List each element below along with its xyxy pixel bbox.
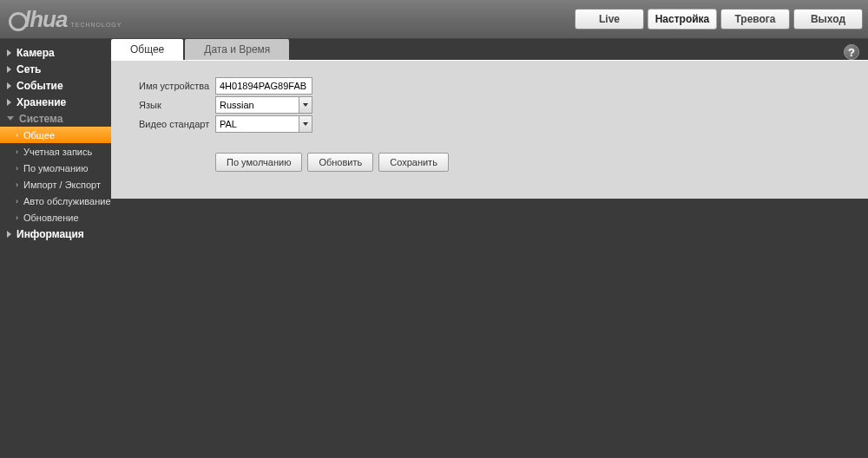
chevron-right-icon	[7, 82, 11, 89]
chevron-right-icon: ›	[16, 147, 18, 156]
sidebar-sub-auto-maintain[interactable]: › Авто обслуживание	[0, 193, 111, 209]
logo-main: lhua	[9, 6, 67, 33]
sidebar-item-system[interactable]: Система	[0, 110, 111, 127]
sidebar-sub-account[interactable]: › Учетная запись	[0, 143, 111, 160]
sidebar-sub-label: Учетная запись	[23, 147, 92, 157]
logo-subtext: TECHNOLOGY	[70, 22, 122, 28]
sidebar-label: Информация	[16, 228, 84, 240]
nav-settings-button[interactable]: Настройка	[648, 9, 717, 29]
chevron-right-icon: ›	[16, 197, 18, 206]
sidebar-item-information[interactable]: Информация	[0, 226, 111, 242]
sidebar-item-storage[interactable]: Хранение	[0, 94, 111, 110]
sidebar-item-event[interactable]: Событие	[0, 77, 111, 94]
nav-logout-button[interactable]: Выход	[793, 9, 863, 29]
sidebar-sub-label: Обновление	[23, 213, 79, 223]
sidebar-sub-label: По умолчанию	[23, 163, 88, 173]
sidebar: Камера Сеть Событие Хранение Система › О…	[0, 39, 111, 458]
nav-live-button[interactable]: Live	[575, 9, 644, 29]
refresh-button[interactable]: Обновить	[307, 153, 373, 172]
help-icon[interactable]: ?	[844, 44, 859, 60]
sidebar-sub-label: Импорт / Экспорт	[23, 180, 101, 190]
sidebar-sub-label: Общее	[23, 130, 55, 141]
default-button[interactable]: По умолчанию	[215, 153, 302, 172]
sidebar-sub-upgrade[interactable]: › Обновление	[0, 209, 111, 226]
sidebar-item-network[interactable]: Сеть	[0, 61, 111, 77]
chevron-right-icon	[7, 66, 11, 73]
language-select[interactable]	[215, 96, 312, 114]
video-standard-select[interactable]	[215, 115, 312, 133]
save-button[interactable]: Сохранить	[378, 153, 449, 172]
sidebar-label: Хранение	[16, 96, 66, 108]
sidebar-sub-import-export[interactable]: › Импорт / Экспорт	[0, 176, 111, 193]
tab-datetime[interactable]: Дата и Время	[185, 39, 289, 60]
row-language: Язык	[139, 95, 868, 114]
sidebar-label: Событие	[16, 80, 63, 92]
device-name-label: Имя устройства	[139, 81, 215, 91]
row-device-name: Имя устройства	[139, 76, 868, 95]
general-panel: Имя устройства Язык Видео стандарт По ум…	[111, 60, 868, 199]
sidebar-sub-label: Авто обслуживание	[23, 196, 111, 206]
chevron-right-icon: ›	[16, 131, 18, 140]
chevron-right-icon: ›	[16, 213, 18, 222]
row-video-standard: Видео стандарт	[139, 114, 868, 134]
language-label: Язык	[139, 100, 215, 110]
sidebar-sub-default[interactable]: › По умолчанию	[0, 160, 111, 176]
sidebar-item-camera[interactable]: Камера	[0, 44, 111, 61]
action-buttons: По умолчанию Обновить Сохранить	[215, 153, 868, 172]
brand-logo: lhua TECHNOLOGY	[9, 6, 122, 33]
sidebar-label: Сеть	[16, 63, 41, 75]
chevron-right-icon	[7, 99, 11, 106]
main-area: Общее Дата и Время ? Имя устройства Язык…	[111, 39, 868, 458]
logo-symbol-icon	[9, 12, 28, 31]
sidebar-label: Камера	[16, 47, 55, 59]
chevron-right-icon: ›	[16, 164, 18, 173]
sidebar-sub-general[interactable]: › Общее	[0, 127, 111, 143]
tab-general[interactable]: Общее	[111, 39, 183, 60]
chevron-right-icon	[7, 231, 11, 238]
nav-alarm-button[interactable]: Тревога	[720, 9, 790, 29]
header-bar: lhua TECHNOLOGY Live Настройка Тревога В…	[0, 0, 868, 39]
chevron-right-icon	[7, 49, 11, 56]
chevron-down-icon	[7, 116, 14, 121]
video-standard-label: Видео стандарт	[139, 119, 215, 129]
top-nav: Live Настройка Тревога Выход	[575, 9, 863, 29]
sidebar-label: Система	[19, 113, 63, 125]
tab-strip: Общее Дата и Время ?	[111, 39, 868, 60]
chevron-right-icon: ›	[16, 180, 18, 189]
device-name-input[interactable]	[215, 77, 312, 95]
